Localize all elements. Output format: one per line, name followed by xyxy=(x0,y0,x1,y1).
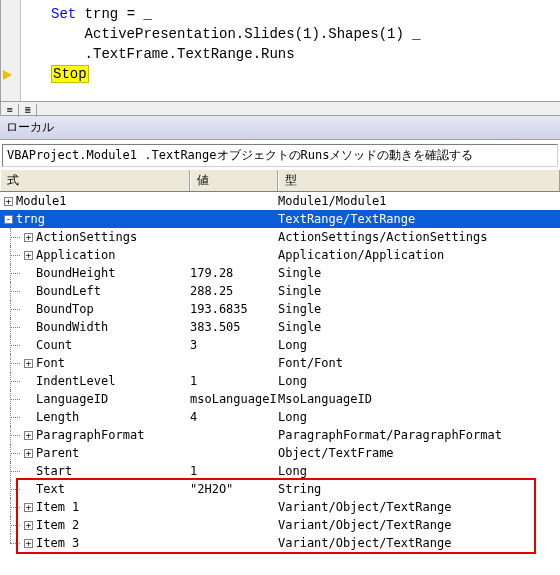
tree-row[interactable]: +Item 2Variant/Object/TextRange xyxy=(0,516,560,534)
tree-item-type: Single xyxy=(278,264,560,282)
tree-item-name: Item 1 xyxy=(36,498,79,516)
expand-icon[interactable]: + xyxy=(24,431,33,440)
tree-item-name: trng xyxy=(16,210,45,228)
tree-item-name: Start xyxy=(36,462,72,480)
tree-item-name: Item 3 xyxy=(36,534,79,552)
expand-icon[interactable]: + xyxy=(24,521,33,530)
tree-item-name: Text xyxy=(36,480,65,498)
tree-item-type: Variant/Object/TextRange xyxy=(278,534,560,552)
tree-item-type: Single xyxy=(278,318,560,336)
tree-item-name: IndentLevel xyxy=(36,372,115,390)
tree-row[interactable]: -trngTextRange/TextRange xyxy=(0,210,560,228)
locals-window-title: ローカル xyxy=(0,115,560,140)
tree-item-type: MsoLanguageID xyxy=(278,390,560,408)
tree-item-type: ParagraphFormat/ParagraphFormat xyxy=(278,426,560,444)
tree-item-type: ActionSettings/ActionSettings xyxy=(278,228,560,246)
tree-row[interactable]: +Item 1Variant/Object/TextRange xyxy=(0,498,560,516)
code-editor[interactable]: Set trng = _ ActivePresentation.Slides(1… xyxy=(0,0,560,115)
tree-item-type: Object/TextFrame xyxy=(278,444,560,462)
tree-item-type: Single xyxy=(278,282,560,300)
expand-icon[interactable]: + xyxy=(4,197,13,206)
tree-item-name: Font xyxy=(36,354,65,372)
tree-item-type: Long xyxy=(278,372,560,390)
tree-item-name: LanguageID xyxy=(36,390,108,408)
expand-icon[interactable]: + xyxy=(24,449,33,458)
tree-row[interactable]: Length4Long xyxy=(0,408,560,426)
locals-procedure-path: VBAProject.Module1 .TextRangeオブジェクトのRuns… xyxy=(2,144,558,167)
proc-view-icon[interactable]: ≡ xyxy=(1,104,19,117)
tree-item-value: 4 xyxy=(190,408,278,426)
expand-icon[interactable]: + xyxy=(24,251,33,260)
tree-row[interactable]: +ActionSettingsActionSettings/ActionSett… xyxy=(0,228,560,246)
tree-row[interactable]: LanguageIDmsoLanguageIMsoLanguageID xyxy=(0,390,560,408)
expand-icon[interactable]: + xyxy=(24,503,33,512)
tree-item-name: BoundTop xyxy=(36,300,94,318)
tree-item-value: 193.6835 xyxy=(190,300,278,318)
expand-icon[interactable]: + xyxy=(24,539,33,548)
tree-item-value: 1 xyxy=(190,372,278,390)
tree-item-name: Application xyxy=(36,246,115,264)
locals-column-headers[interactable]: 式 値 型 xyxy=(0,169,560,192)
full-view-icon[interactable]: ≣ xyxy=(19,104,37,117)
tree-item-value: 179.28 xyxy=(190,264,278,282)
collapse-icon[interactable]: - xyxy=(4,215,13,224)
tree-row[interactable]: BoundWidth383.505Single xyxy=(0,318,560,336)
tree-row[interactable]: Text"2H2O"String xyxy=(0,480,560,498)
tree-row[interactable]: +FontFont/Font xyxy=(0,354,560,372)
tree-item-name: BoundLeft xyxy=(36,282,101,300)
tree-item-value: 3 xyxy=(190,336,278,354)
tree-row[interactable]: IndentLevel1Long xyxy=(0,372,560,390)
tree-row[interactable]: Count3Long xyxy=(0,336,560,354)
tree-item-type: Long xyxy=(278,462,560,480)
tree-item-name: Count xyxy=(36,336,72,354)
tree-row[interactable]: +ParagraphFormatParagraphFormat/Paragrap… xyxy=(0,426,560,444)
tree-item-type: Font/Font xyxy=(278,354,560,372)
keyword-stop: Stop xyxy=(51,65,89,83)
tree-row[interactable]: BoundHeight179.28Single xyxy=(0,264,560,282)
expand-icon[interactable]: + xyxy=(24,359,33,368)
tree-item-name: Parent xyxy=(36,444,79,462)
tree-item-value: 288.25 xyxy=(190,282,278,300)
column-type[interactable]: 型 xyxy=(278,170,560,191)
tree-item-type: Single xyxy=(278,300,560,318)
tree-row[interactable]: +Item 3Variant/Object/TextRange xyxy=(0,534,560,552)
tree-item-name: Length xyxy=(36,408,79,426)
column-expression[interactable]: 式 xyxy=(0,170,190,191)
tree-item-type: Variant/Object/TextRange xyxy=(278,516,560,534)
locals-tree[interactable]: +Module1Module1/Module1-trngTextRange/Te… xyxy=(0,192,560,552)
tree-item-type: TextRange/TextRange xyxy=(278,210,560,228)
tree-item-value: 383.505 xyxy=(190,318,278,336)
tree-item-value: "2H2O" xyxy=(190,480,278,498)
tree-item-name: BoundHeight xyxy=(36,264,115,282)
expand-icon[interactable]: + xyxy=(24,233,33,242)
tree-row[interactable]: +Module1Module1/Module1 xyxy=(0,192,560,210)
keyword-set: Set xyxy=(51,6,76,22)
tree-item-type: Long xyxy=(278,336,560,354)
tree-row[interactable]: +ApplicationApplication/Application xyxy=(0,246,560,264)
code-text: Set trng = _ ActivePresentation.Slides(1… xyxy=(1,0,560,84)
tree-row[interactable]: Start1Long xyxy=(0,462,560,480)
tree-item-value: msoLanguageI xyxy=(190,390,278,408)
tree-item-type: Application/Application xyxy=(278,246,560,264)
tree-row[interactable]: BoundTop193.6835Single xyxy=(0,300,560,318)
tree-item-value: 1 xyxy=(190,462,278,480)
code-view-tabs[interactable]: ≡≣ xyxy=(1,101,560,115)
tree-item-type: Variant/Object/TextRange xyxy=(278,498,560,516)
tree-item-name: BoundWidth xyxy=(36,318,108,336)
tree-row[interactable]: +ParentObject/TextFrame xyxy=(0,444,560,462)
tree-item-type: String xyxy=(278,480,560,498)
tree-item-name: Item 2 xyxy=(36,516,79,534)
tree-item-type: Long xyxy=(278,408,560,426)
tree-item-type: Module1/Module1 xyxy=(278,192,560,210)
execution-pointer-icon xyxy=(3,68,12,83)
tree-item-name: ActionSettings xyxy=(36,228,137,246)
tree-row[interactable]: BoundLeft288.25Single xyxy=(0,282,560,300)
code-gutter xyxy=(1,0,21,106)
column-value[interactable]: 値 xyxy=(190,170,278,191)
tree-item-name: Module1 xyxy=(16,192,67,210)
tree-item-name: ParagraphFormat xyxy=(36,426,144,444)
